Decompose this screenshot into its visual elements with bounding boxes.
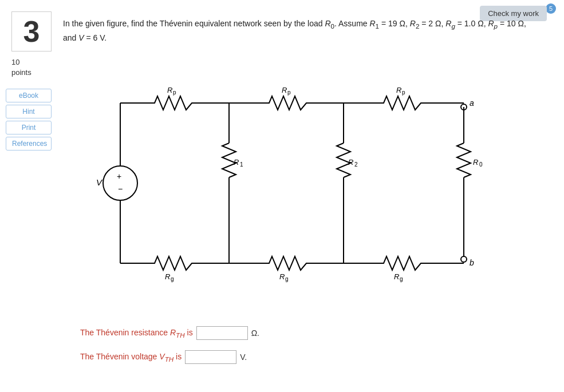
hint-button[interactable]: Hint [6,105,52,118]
svg-text:b: b [470,258,474,267]
circuit-diagram: + − V R p R p R p a [74,69,547,298]
references-button[interactable]: References [6,137,52,151]
svg-text:V: V [96,177,103,187]
svg-text:R: R [396,86,401,94]
rth-label: The Thévenin resistance RTH is [80,328,193,339]
vth-input[interactable] [185,350,236,364]
question-text: In the given figure, find the Thévenin e… [63,17,535,45]
svg-text:p: p [402,89,405,96]
svg-text:R: R [279,272,285,281]
svg-text:g: g [171,276,174,282]
svg-text:0: 0 [479,161,483,168]
svg-text:R: R [234,158,239,167]
svg-text:R: R [167,86,172,94]
question-number: 3 [11,11,52,52]
ebook-button[interactable]: eBook [6,89,52,102]
points-label: 10 points [11,57,31,78]
svg-text:R: R [282,86,287,94]
svg-text:2: 2 [354,161,358,168]
rth-unit: Ω. [251,328,259,338]
svg-text:p: p [287,89,291,96]
answer-area: The Thévenin resistance RTH is Ω. The Th… [80,326,259,374]
svg-text:g: g [285,276,289,282]
vth-label: The Thévenin voltage VTH is [80,352,182,363]
svg-text:p: p [173,89,176,96]
vth-unit: V. [240,353,247,362]
svg-text:+: + [117,172,121,181]
badge-number: 5 [546,3,556,14]
svg-text:R: R [348,158,353,167]
print-button[interactable]: Print [6,121,52,134]
rth-answer-line: The Thévenin resistance RTH is Ω. [80,326,259,340]
svg-text:R: R [473,158,478,167]
sidebar-buttons: eBook Hint Print References [6,89,52,151]
svg-text:1: 1 [240,161,243,168]
svg-text:g: g [400,276,403,282]
svg-text:R: R [394,272,399,281]
svg-point-0 [103,166,137,200]
rth-input[interactable] [196,326,248,340]
svg-point-45 [461,256,467,262]
svg-text:R: R [165,272,170,281]
vth-answer-line: The Thévenin voltage VTH is V. [80,350,259,364]
svg-text:−: − [118,184,123,193]
svg-text:a: a [470,98,474,108]
